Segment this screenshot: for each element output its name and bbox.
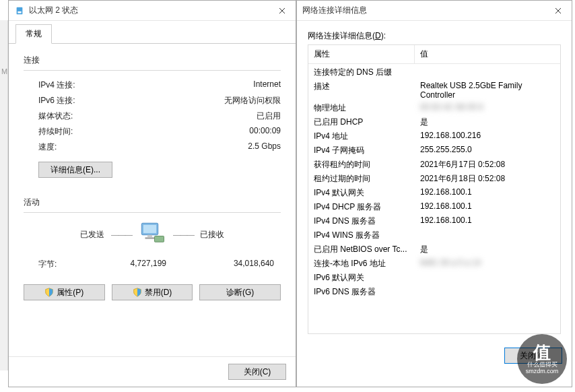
value-cell: Realtek USB 2.5GbE Family Controller [420,81,555,100]
tab-strip: 常规 [9,25,296,44]
close-button[interactable]: 关闭(C) [228,364,286,380]
properties-button[interactable]: 属性(P) [24,284,105,300]
bytes-label: 字节: [38,259,106,270]
titlebar: 以太网 2 状态 [9,1,296,21]
table-row[interactable]: 连接特定的 DNS 后缀 [308,65,560,79]
table-row[interactable]: IPv6 DNS 服务器 [308,285,560,299]
table-row[interactable]: IPv4 DNS 服务器192.168.100.1 [308,214,560,228]
value-cell [420,272,555,284]
property-cell: 连接特定的 DNS 后缀 [314,67,420,78]
value-cell: 192.168.100.1 [420,201,555,213]
speed-value: 2.5 Gbps [248,141,281,153]
bytes-received-value: 34,018,640 [213,259,281,270]
table-row[interactable]: IPv4 子网掩码255.255.255.0 [308,143,560,158]
property-cell: IPv6 DNS 服务器 [314,286,420,298]
value-cell: 192.168.100.1 [420,216,555,227]
property-cell: 物理地址 [314,102,420,114]
value-cell [420,230,555,241]
group-connection-label: 连接 [24,55,281,66]
ethernet-status-window: 以太网 2 状态 常规 连接 IPv4 连接:Internet IPv6 连接:… [8,0,296,387]
property-cell: IPv4 默认网关 [314,187,420,199]
property-cell: 已启用 NetBIOS over Tc... [314,244,420,255]
value-cell: 192.168.100.216 [420,131,555,142]
value-cell: 2021年6月18日 0:52:08 [420,173,555,185]
table-row[interactable]: IPv4 DHCP 服务器192.168.100.1 [308,200,560,214]
speed-label: 速度: [38,141,57,153]
duration-label: 持续时间: [38,126,73,137]
shield-icon [133,288,142,297]
value-cell: 00 E0 4C 68 05 6 [420,102,555,114]
col-value[interactable]: 值 [415,45,560,63]
window-title: 以太网 2 状态 [29,5,78,16]
value-cell: 是 [420,244,555,255]
network-details-window: 网络连接详细信息 网络连接详细信息(D): 属性 值 连接特定的 DNS 后缀描… [296,0,572,387]
close-icon[interactable] [269,1,296,21]
titlebar: 网络连接详细信息 [297,1,572,21]
property-cell: IPv4 DHCP 服务器 [314,201,420,213]
table-row[interactable]: IPv4 地址192.168.100.216 [308,129,560,143]
tab-general[interactable]: 常规 [15,24,52,44]
property-cell: 描述 [314,81,420,100]
col-property[interactable]: 属性 [308,45,415,63]
ipv4-conn-value: Internet [253,79,281,91]
table-row[interactable]: 已启用 DHCP是 [308,115,560,129]
details-heading: 网络连接详细信息(D): [308,30,572,42]
shield-icon [44,288,54,297]
monitor-icon [138,220,166,250]
media-state-label: 媒体状态: [38,110,73,122]
activity-diagram: 已发送 ——— ——— 已接收 [24,220,281,250]
value-cell: 2021年6月17日 0:52:08 [420,159,555,170]
property-cell: IPv4 DNS 服务器 [314,216,420,227]
table-row[interactable]: 物理地址00 E0 4C 68 05 6 [308,101,560,115]
property-cell: IPv6 默认网关 [314,272,420,284]
close-icon[interactable] [545,1,572,21]
svg-rect-4 [147,235,152,238]
sent-label: 已发送 [80,229,104,240]
table-header: 属性 值 [308,45,560,64]
svg-rect-6 [155,236,164,242]
details-button[interactable]: 详细信息(E)... [38,162,112,178]
window-title: 网络连接详细信息 [302,5,367,16]
value-cell: 192.168.100.1 [420,187,555,199]
table-row[interactable]: 连接-本地 IPv6 地址fe80::30 a 5 a 14 [308,257,560,271]
ethernet-icon [14,5,25,16]
value-cell: 是 [420,117,555,128]
table-row[interactable]: IPv6 默认网关 [308,271,560,285]
value-cell: 255.255.255.0 [420,145,555,156]
table-row[interactable]: IPv4 默认网关192.168.100.1 [308,186,560,200]
property-cell: 租约过期的时间 [314,173,420,185]
group-activity-label: 活动 [24,197,281,208]
value-cell [420,286,555,298]
table-row[interactable]: 获得租约的时间2021年6月17日 0:52:08 [308,158,560,172]
svg-rect-5 [145,237,155,239]
dash-icon: ——— [173,230,193,240]
value-cell: fe80::30 a 5 a 14 [420,258,555,269]
value-cell [420,67,555,78]
ipv6-conn-value: 无网络访问权限 [224,95,281,106]
table-row[interactable]: 已启用 NetBIOS over Tc...是 [308,242,560,257]
property-cell: IPv4 WINS 服务器 [314,230,420,241]
svg-rect-0 [17,7,23,14]
disable-button[interactable]: 禁用(D) [112,284,193,300]
property-cell: 连接-本地 IPv6 地址 [314,258,420,269]
property-cell: IPv4 子网掩码 [314,145,420,156]
property-cell: IPv4 地址 [314,131,420,142]
svg-rect-3 [143,225,156,233]
ipv4-conn-label: IPv4 连接: [38,79,75,91]
property-cell: 已启用 DHCP [314,117,420,128]
svg-rect-1 [18,11,21,13]
media-state-value: 已启用 [257,110,281,122]
received-label: 已接收 [200,229,224,240]
diagnose-button[interactable]: 诊断(G) [199,284,281,300]
ipv6-conn-label: IPv6 连接: [38,95,75,106]
background-window-edge [0,20,8,370]
details-table: 属性 值 连接特定的 DNS 后缀描述Realtek USB 2.5GbE Fa… [308,44,561,334]
table-row[interactable]: 租约过期的时间2021年6月18日 0:52:08 [308,172,560,186]
bytes-sent-value: 4,727,199 [106,259,213,270]
property-cell: 获得租约的时间 [314,159,420,170]
table-row[interactable]: 描述Realtek USB 2.5GbE Family Controller [308,79,560,101]
table-row[interactable]: IPv4 WINS 服务器 [308,228,560,242]
duration-value: 00:00:09 [249,126,281,137]
dash-icon: ——— [111,230,131,240]
watermark: 值 什么值得买 smzdm.com [517,334,567,384]
